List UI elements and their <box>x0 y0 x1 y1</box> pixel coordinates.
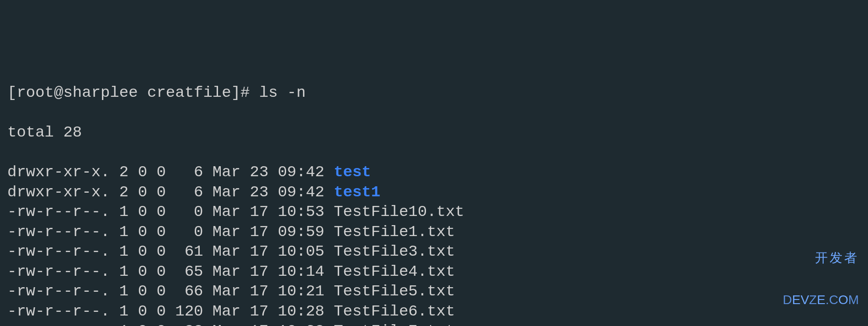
listing-row: -rw-r--r--. 1 0 0 0 Mar 17 09:59 TestFil… <box>7 222 861 242</box>
file-name: TestFile5.txt <box>334 283 455 300</box>
listing-row: -rw-r--r--. 1 0 0 61 Mar 17 10:05 TestFi… <box>7 242 861 262</box>
watermark-bottom: DEVZE.COM <box>783 293 859 307</box>
listing-row-meta: -rw-r--r--. 1 0 0 61 Mar 17 10:05 <box>7 243 334 260</box>
listing-row-meta: -rw-r--r--. 1 0 0 66 Mar 17 10:21 <box>7 283 334 300</box>
listing-row-meta: drwxr-xr-x. 2 0 0 6 Mar 23 09:42 <box>7 163 334 181</box>
listing-row: -rw-r--r--. 1 0 0 88 Mar 17 10:38 TestFi… <box>7 321 861 326</box>
listing-row: -rw-r--r--. 1 0 0 120 Mar 17 10:28 TestF… <box>7 302 861 322</box>
listing-row: drwxr-xr-x. 2 0 0 6 Mar 23 09:42 test <box>7 163 861 183</box>
prompt-line: [root@sharplee creatfile]# ls -n <box>7 83 861 103</box>
file-name: TestFile3.txt <box>334 243 455 260</box>
listing-row-meta: -rw-r--r--. 1 0 0 0 Mar 17 10:53 <box>7 203 334 221</box>
listing-row-meta: -rw-r--r--. 1 0 0 65 Mar 17 10:14 <box>7 263 334 280</box>
watermark: 开发者 DEVZE.COM <box>783 223 859 321</box>
file-name: TestFile4.txt <box>334 263 455 280</box>
watermark-top: 开发者 <box>783 251 859 265</box>
directory-name: test <box>334 163 371 181</box>
listing-row: -rw-r--r--. 1 0 0 65 Mar 17 10:14 TestFi… <box>7 262 861 282</box>
listing-row: drwxr-xr-x. 2 0 0 6 Mar 23 09:42 test1 <box>7 183 861 203</box>
file-name: TestFile1.txt <box>334 223 455 241</box>
listing-row-meta: drwxr-xr-x. 2 0 0 6 Mar 23 09:42 <box>7 184 334 201</box>
file-listing: drwxr-xr-x. 2 0 0 6 Mar 23 09:42 testdrw… <box>7 163 861 326</box>
listing-row-meta: -rw-r--r--. 1 0 0 120 Mar 17 10:28 <box>7 303 334 320</box>
listing-row: -rw-r--r--. 1 0 0 66 Mar 17 10:21 TestFi… <box>7 282 861 302</box>
file-name: TestFile10.txt <box>334 203 464 221</box>
listing-row: -rw-r--r--. 1 0 0 0 Mar 17 10:53 TestFil… <box>7 202 861 222</box>
listing-row-meta: -rw-r--r--. 1 0 0 88 Mar 17 10:38 <box>7 322 334 326</box>
file-name: TestFile7.txt <box>334 322 455 326</box>
command-text: ls -n <box>259 84 306 101</box>
prompt-prefix: [root@sharplee creatfile]# <box>7 84 259 101</box>
file-name: TestFile6.txt <box>334 303 455 320</box>
total-line: total 28 <box>7 123 861 143</box>
directory-name: test1 <box>334 184 380 201</box>
listing-row-meta: -rw-r--r--. 1 0 0 0 Mar 17 09:59 <box>7 223 334 241</box>
